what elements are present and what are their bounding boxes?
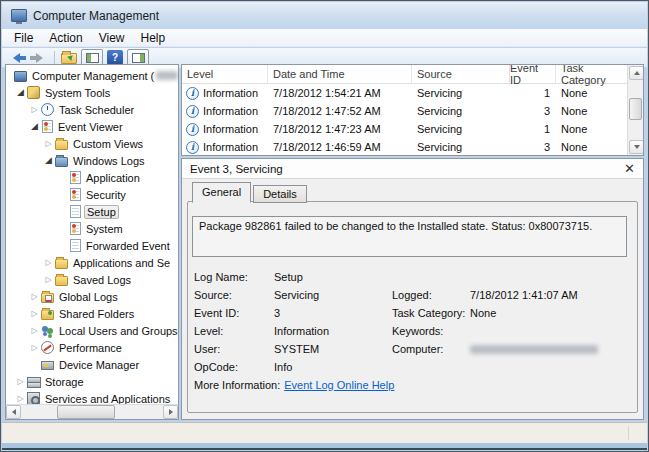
- custom-views-folder-icon: [55, 140, 68, 150]
- forward-icon[interactable]: [30, 51, 48, 65]
- field-label: Log Name:: [194, 271, 274, 283]
- expander-icon[interactable]: ▷: [14, 373, 27, 390]
- expander-icon[interactable]: ▷: [28, 305, 41, 322]
- field-label: User:: [194, 343, 274, 355]
- scroll-down-icon[interactable]: [629, 140, 644, 154]
- event-log-icon: [70, 205, 81, 218]
- event-id-cell: 3: [510, 141, 556, 153]
- column-header-task-category[interactable]: Task Category: [556, 65, 629, 84]
- event-row[interactable]: Information 7/18/2012 1:47:52 AM Servici…: [182, 102, 643, 120]
- windows-logs-folder-icon: [55, 157, 68, 167]
- expander-icon[interactable]: ◢: [28, 118, 41, 135]
- tree-item-security[interactable]: Security: [6, 186, 178, 203]
- tree-item-event-viewer[interactable]: ◢ Event Viewer: [6, 118, 178, 135]
- field-value: Information: [274, 325, 392, 337]
- computer-icon: [14, 71, 27, 82]
- datetime-cell: 7/18/2012 1:47:23 AM: [268, 123, 412, 135]
- tree-item-forwarded-events[interactable]: Forwarded Event: [6, 237, 178, 254]
- scroll-left-icon[interactable]: [6, 405, 21, 419]
- event-log-icon: [70, 239, 81, 252]
- scrollbar-thumb[interactable]: [57, 405, 115, 419]
- scroll-right-icon[interactable]: [163, 405, 178, 419]
- field-label: Keywords:: [392, 325, 470, 337]
- tree-item-application[interactable]: Application: [6, 169, 178, 186]
- datetime-cell: 7/18/2012 1:46:59 AM: [268, 141, 412, 153]
- event-list-panel: Level Date and Time Source Event ID Task…: [181, 64, 644, 156]
- tree-item-computer-management[interactable]: Computer Management (: [6, 67, 178, 84]
- event-log-online-help-link[interactable]: Event Log Online Help: [284, 379, 394, 391]
- column-header-event-id[interactable]: Event ID: [510, 65, 556, 84]
- system-tools-icon: [27, 86, 40, 99]
- tab-general[interactable]: General: [192, 182, 251, 203]
- field-label: Level:: [194, 325, 274, 337]
- close-icon[interactable]: ✕: [624, 162, 635, 175]
- column-header-date-and-time[interactable]: Date and Time: [268, 65, 412, 84]
- column-header-source[interactable]: Source: [412, 65, 510, 84]
- expander-icon[interactable]: ▷: [28, 322, 41, 339]
- field-label: Logged:: [392, 289, 470, 301]
- event-description[interactable]: Package 982861 failed to be changed to t…: [192, 216, 627, 257]
- task-category-cell: None: [556, 141, 629, 153]
- preview-header: Event 3, Servicing ✕: [182, 159, 643, 179]
- event-row[interactable]: Information 7/18/2012 1:54:21 AM Servici…: [182, 84, 643, 102]
- shared-folders-icon: [41, 310, 54, 320]
- tree-item-storage[interactable]: ▷ Storage: [6, 373, 178, 390]
- scrollbar-track[interactable]: [21, 405, 163, 419]
- expander-icon[interactable]: ▷: [28, 288, 41, 305]
- event-id-cell: 1: [510, 87, 556, 99]
- event-row[interactable]: Information 7/18/2012 1:47:23 AM Servici…: [182, 120, 643, 138]
- tree-horizontal-scrollbar[interactable]: [6, 404, 178, 419]
- field-value: Info: [274, 361, 392, 373]
- field-row-opcode: OpCode: Info: [194, 358, 631, 376]
- scrollbar-thumb[interactable]: [629, 98, 642, 120]
- export-folder-icon[interactable]: [61, 53, 77, 64]
- tree-item-setup[interactable]: Setup: [6, 203, 178, 220]
- tree-item-applications-and-services[interactable]: ▷ Applications and Se: [6, 254, 178, 271]
- expander-icon[interactable]: ◢: [42, 152, 55, 169]
- field-value: Servicing: [274, 289, 392, 301]
- expander-icon[interactable]: ▷: [42, 271, 55, 288]
- tree-item-global-logs[interactable]: ▷ Global Logs: [6, 288, 178, 305]
- tree-item-task-scheduler[interactable]: ▷ Task Scheduler: [6, 101, 178, 118]
- preview-title: Event 3, Servicing: [190, 163, 283, 175]
- tree-item-shared-folders[interactable]: ▷ Shared Folders: [6, 305, 178, 322]
- column-header-level[interactable]: Level: [182, 65, 268, 84]
- menu-file[interactable]: File: [6, 30, 41, 46]
- level-cell: Information: [203, 105, 258, 117]
- event-list-header: Level Date and Time Source Event ID Task…: [182, 65, 643, 84]
- tree-item-performance[interactable]: ▷ Performance: [6, 339, 178, 356]
- expander-icon[interactable]: ▷: [28, 101, 41, 118]
- expander-icon[interactable]: ▷: [28, 339, 41, 356]
- tree-item-device-manager[interactable]: Device Manager: [6, 356, 178, 373]
- event-row[interactable]: Information 7/18/2012 1:46:59 AM Servici…: [182, 138, 643, 156]
- task-category-cell: None: [556, 87, 629, 99]
- tree-item-custom-views[interactable]: ▷ Custom Views: [6, 135, 178, 152]
- field-value: None: [470, 307, 631, 319]
- menu-view[interactable]: View: [91, 30, 133, 46]
- title-bar[interactable]: Computer Management: [2, 2, 647, 29]
- tree-item-local-users-and-groups[interactable]: ▷ Local Users and Groups: [6, 322, 178, 339]
- menu-help[interactable]: Help: [133, 30, 174, 46]
- expander-icon[interactable]: ▷: [42, 135, 55, 152]
- tree-item-system-tools[interactable]: ◢ System Tools: [6, 84, 178, 101]
- event-viewer-icon: [42, 120, 53, 133]
- field-row-level-keywords: Level: Information Keywords:: [194, 322, 631, 340]
- menu-action[interactable]: Action: [41, 30, 90, 46]
- tab-details[interactable]: Details: [253, 185, 307, 203]
- field-value: 3: [274, 307, 392, 319]
- scroll-up-icon[interactable]: [629, 66, 644, 80]
- help-icon[interactable]: ?: [107, 50, 123, 65]
- task-category-cell: None: [556, 123, 629, 135]
- source-cell: Servicing: [412, 123, 510, 135]
- tree-item-system[interactable]: System: [6, 220, 178, 237]
- console-tree-panel: Computer Management ( ◢ System Tools ▷ T…: [5, 64, 179, 420]
- event-list-vertical-scrollbar[interactable]: [627, 65, 643, 155]
- expander-icon[interactable]: ◢: [14, 84, 27, 101]
- tree-item-saved-logs[interactable]: ▷ Saved Logs: [6, 271, 178, 288]
- expander-icon[interactable]: ▷: [42, 254, 55, 271]
- toolbar-separator: [54, 51, 55, 65]
- back-icon[interactable]: [8, 51, 26, 65]
- field-row-more-information: More Information: Event Log Online Help: [194, 376, 631, 394]
- tree-item-windows-logs[interactable]: ◢ Windows Logs: [6, 152, 178, 169]
- computer-value-redacted: [470, 345, 598, 354]
